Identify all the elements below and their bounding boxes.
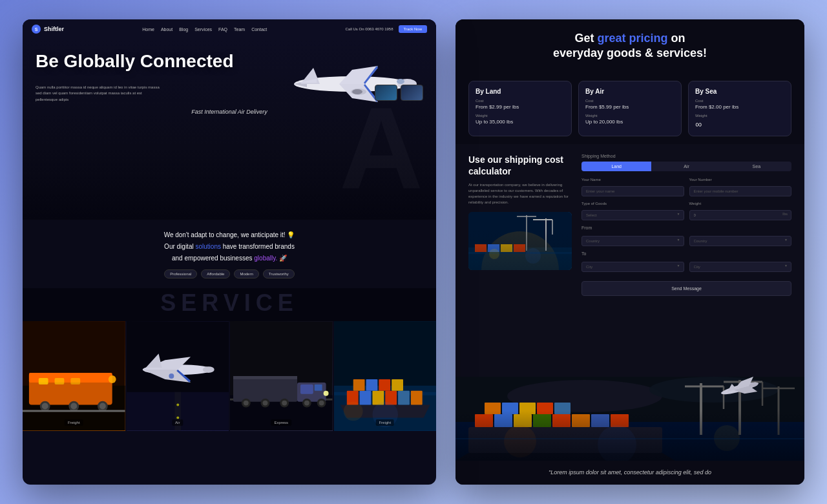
to-label: To (581, 251, 791, 256)
service-images: Freight (23, 321, 436, 431)
nav-about[interactable]: About (161, 27, 173, 32)
phone-number: Call Us On 0063 4670 1958 (345, 27, 393, 31)
from-city-select[interactable]: City (581, 262, 684, 272)
number-input[interactable] (689, 186, 792, 196)
svg-point-53 (282, 401, 287, 406)
logo-icon: S (32, 25, 41, 34)
from-country-wrapper: Country (581, 233, 684, 246)
goods-select[interactable]: Select (581, 210, 684, 220)
number-label: Your Number (689, 178, 792, 182)
train-image: Freight (23, 321, 125, 431)
svg-point-31 (176, 416, 179, 419)
sea-cost-label: Cost (695, 99, 784, 103)
tab-sea[interactable]: Sea (722, 162, 791, 171)
nav-home[interactable]: Home (142, 27, 154, 32)
plane-image: Air (127, 321, 229, 431)
svg-rect-71 (392, 379, 403, 391)
ship-image: Freight (334, 321, 437, 431)
calc-right: Shipping Method Land Air Sea Your Name Y… (581, 154, 791, 367)
badge-trustworthy: Trustworthy (263, 269, 295, 278)
land-weight-label: Weight (476, 114, 565, 118)
track-button[interactable]: Track Now (399, 25, 427, 33)
shipping-method-label: Shipping Method (581, 154, 791, 158)
logo: S Shiftler (32, 25, 64, 34)
name-input[interactable] (581, 186, 684, 196)
nav-contact[interactable]: Contact (251, 27, 267, 32)
svg-point-38 (169, 373, 174, 379)
pricing-title: Get great pricing on everyday goods & se… (472, 31, 788, 61)
to-country-select[interactable]: Country (689, 236, 792, 246)
badges: Professional Affordable Modern Trustwort… (36, 269, 423, 278)
nav-blog[interactable]: Blog (179, 27, 188, 32)
send-message-button[interactable]: Send Message (581, 281, 791, 296)
mid-line3-emoji: 🚀 (277, 255, 287, 262)
svg-rect-17 (55, 378, 65, 384)
truck-image: Express (230, 321, 333, 431)
goods-label: Type of Goods (581, 202, 684, 205)
svg-point-57 (319, 401, 324, 406)
pricing-card-air: By Air Cost From $5.99 per lbs Weight Up… (578, 81, 682, 136)
svg-rect-18 (70, 378, 80, 384)
to-city-wrapper: City (689, 259, 792, 272)
weight-unit: lbs (782, 212, 788, 216)
svg-point-55 (304, 401, 309, 406)
svg-rect-69 (366, 379, 377, 391)
type-weight-row: Type of Goods Select Weight lbs (581, 202, 791, 220)
pricing-cards: By Land Cost From $2.99 per lbs Weight U… (455, 73, 804, 144)
sea-title: By Sea (695, 88, 784, 95)
svg-rect-67 (410, 391, 422, 405)
air-weight-value: Up to 20,000 lbs (585, 119, 675, 125)
hero-subtitle-area: Quam nulla porttitor massa id neque aliq… (36, 85, 423, 103)
tab-air[interactable]: Air (651, 162, 721, 171)
sea-cost-value: From $2.00 per lbs (695, 104, 784, 110)
calc-left: Use our shipping cost calculator At our … (468, 154, 572, 367)
testimonial-section: "Lorem ipsum dolor sit amet, consectetur… (455, 461, 804, 485)
testimonial-text: "Lorem ipsum dolor sit amet, consectetur… (468, 468, 791, 478)
svg-point-49 (244, 401, 249, 406)
weight-input[interactable] (689, 210, 792, 220)
to-city-select[interactable]: City (689, 262, 792, 272)
navbar-right: Call Us On 0063 4670 1958 Track Now (345, 25, 427, 33)
nav-services[interactable]: Services (194, 27, 212, 32)
pricing-title-part2: on (668, 32, 686, 45)
number-group: Your Number (689, 178, 792, 196)
svg-rect-46 (315, 384, 322, 391)
nav-faq[interactable]: FAQ (218, 27, 227, 32)
svg-point-24 (99, 403, 106, 410)
service-section: SERVICE (23, 288, 436, 321)
badge-modern: Modern (234, 269, 258, 278)
pricing-title-part1: Get (574, 32, 597, 45)
svg-point-20 (42, 403, 48, 410)
mid-line2-part1: Our digital (164, 243, 195, 250)
svg-point-37 (202, 366, 214, 373)
nav-team[interactable]: Team (234, 27, 245, 32)
thumb-ship (401, 85, 423, 101)
land-weight-value: Up to 35,000 lbs (476, 119, 565, 125)
weight-group: Weight lbs (689, 202, 792, 220)
tab-land[interactable]: Land (581, 162, 651, 171)
weight-label: Weight (689, 202, 792, 205)
thumb-truck (375, 85, 397, 101)
navbar: S Shiftler Home About Blog Services FAQ … (23, 19, 436, 39)
mid-line2: Our digital solutions have transformed b… (36, 241, 423, 253)
pricing-header: Get great pricing on everyday goods & se… (455, 19, 804, 73)
service-plane-label: Air (172, 419, 183, 426)
svg-rect-42 (233, 376, 297, 402)
to-country-group: Country (689, 233, 792, 246)
goods-select-wrapper: Select (581, 207, 684, 220)
name-group: Your Name (581, 178, 684, 196)
left-panel: S Shiftler Home About Blog Services FAQ … (23, 19, 436, 485)
from-country-select[interactable]: Country (581, 236, 684, 246)
svg-rect-70 (379, 379, 390, 391)
from-row: Country Country (581, 233, 791, 246)
service-ship: Freight (334, 321, 437, 431)
to-country-wrapper: Country (689, 233, 792, 246)
to-row: City City (581, 259, 791, 272)
hero-thumbnails (375, 85, 423, 101)
from-country-group: Country (581, 233, 684, 246)
svg-rect-16 (39, 378, 48, 384)
svg-point-9 (397, 79, 404, 84)
badge-professional: Professional (164, 269, 197, 278)
svg-point-22 (70, 403, 77, 410)
bottom-image (455, 377, 804, 461)
